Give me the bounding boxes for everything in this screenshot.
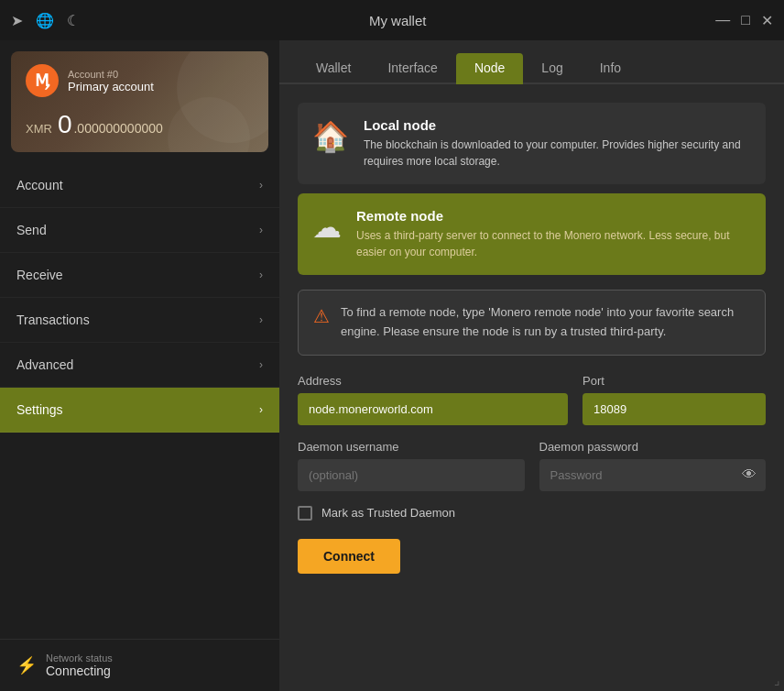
balance-integer: 0 [58,110,72,139]
address-input[interactable] [298,393,568,425]
close-button[interactable]: ✕ [761,12,773,29]
sidebar-item-label-receive: Receive [16,268,63,282]
sidebar-item-label-advanced: Advanced [16,357,73,372]
network-label: Network status [46,653,113,664]
sidebar-item-transactions[interactable]: Transactions › [0,298,279,343]
sidebar-item-label-transactions: Transactions [16,313,90,327]
trusted-daemon-checkbox[interactable] [298,506,312,521]
sidebar-item-label-account: Account [16,178,63,192]
chevron-icon-advanced: › [259,358,263,371]
tab-wallet[interactable]: Wallet [298,53,369,84]
daemon-username-group: Daemon username [298,440,525,491]
titlebar: ➤ 🌐 ☾ My wallet — □ ✕ [0,0,784,40]
daemon-password-input[interactable] [539,459,767,491]
tab-log[interactable]: Log [523,53,581,84]
account-card[interactable]: Ӎ Account #0 Primary account XMR 0 .0000… [11,51,268,152]
sidebar-item-label-settings: Settings [16,402,63,417]
daemon-credentials-row: Daemon username Daemon password 👁 [298,440,766,491]
tab-node[interactable]: Node [456,53,523,84]
warning-box: ⚠ To find a remote node, type 'Monero re… [298,290,766,356]
daemon-password-group: Daemon password 👁 [539,440,767,491]
chevron-icon-receive: › [259,269,263,281]
titlebar-left: ➤ 🌐 ☾ [11,12,80,29]
network-status: ⚡ Network status Connecting [0,639,279,691]
trusted-daemon-row: Mark as Trusted Daemon [298,506,766,521]
sidebar: Ӎ Account #0 Primary account XMR 0 .0000… [0,40,279,691]
window-title: My wallet [80,13,715,28]
balance-decimal: .000000000000 [73,121,162,136]
remote-node-info: Remote node Uses a third-party server to… [356,208,751,260]
tab-info[interactable]: Info [582,53,639,84]
address-group: Address [298,374,568,425]
tab-interface[interactable]: Interface [369,53,455,84]
window-controls: — □ ✕ [715,12,773,29]
sidebar-item-settings[interactable]: Settings › [0,388,279,433]
daemon-username-label: Daemon username [298,440,525,454]
account-info: Account #0 Primary account [68,69,154,93]
port-input[interactable] [583,393,766,425]
network-icon: ⚡ [16,655,37,675]
maximize-button[interactable]: □ [741,12,750,29]
local-node-icon: 🏠 [312,119,349,154]
balance-row: XMR 0 .000000000000 [26,110,254,139]
warning-icon: ⚠ [313,305,330,327]
daemon-password-label: Daemon password [539,440,767,454]
content-area: Wallet Interface Node Log Info 🏠 Local n… [279,40,784,691]
chevron-icon-send: › [259,224,263,236]
nav-items: Account › Send › Receive › Transactions … [0,163,279,639]
sidebar-item-label-send: Send [16,223,47,237]
remote-node-title: Remote node [356,208,751,224]
main-layout: Ӎ Account #0 Primary account XMR 0 .0000… [0,40,784,691]
remote-node-option[interactable]: ☁ Remote node Uses a third-party server … [298,193,766,275]
daemon-password-wrapper: 👁 [539,459,767,491]
port-group: Port [583,374,766,425]
port-label: Port [583,374,766,388]
account-name: Primary account [68,80,154,93]
sidebar-item-receive[interactable]: Receive › [0,253,279,298]
sidebar-item-account[interactable]: Account › [0,163,279,208]
trusted-daemon-label[interactable]: Mark as Trusted Daemon [321,506,455,520]
network-text: Network status Connecting [46,653,113,678]
address-port-row: Address Port [298,374,766,425]
local-node-title: Local node [364,117,751,133]
address-label: Address [298,374,568,388]
send-icon[interactable]: ➤ [11,12,23,29]
chevron-icon-transactions: › [259,313,263,326]
warning-text: To find a remote node, type 'Monero remo… [341,303,750,342]
local-node-option[interactable]: 🏠 Local node The blockchain is downloade… [298,103,766,184]
monero-logo: Ӎ [26,64,59,97]
connect-button[interactable]: Connect [298,539,400,574]
tabs-bar: Wallet Interface Node Log Info [279,40,784,84]
resize-handle[interactable]: ⌟ [774,673,780,687]
network-value: Connecting [46,664,113,678]
remote-node-description: Uses a third-party server to connect to … [356,227,751,260]
daemon-username-input[interactable] [298,459,525,491]
minimize-button[interactable]: — [715,12,730,29]
remote-node-icon: ☁ [312,210,342,245]
content-scroll: 🏠 Local node The blockchain is downloade… [279,84,784,691]
balance-currency: XMR [26,122,52,136]
chevron-icon-account: › [259,179,263,192]
moon-icon[interactable]: ☾ [67,12,80,29]
sidebar-item-send[interactable]: Send › [0,208,279,253]
chevron-icon-settings: › [259,403,263,416]
password-visibility-toggle[interactable]: 👁 [742,466,757,483]
account-header: Ӎ Account #0 Primary account [26,64,254,97]
sidebar-item-advanced[interactable]: Advanced › [0,343,279,388]
account-number: Account #0 [68,69,154,80]
local-node-description: The blockchain is downloaded to your com… [364,137,751,170]
globe-icon[interactable]: 🌐 [36,12,54,29]
local-node-info: Local node The blockchain is downloaded … [364,117,751,170]
